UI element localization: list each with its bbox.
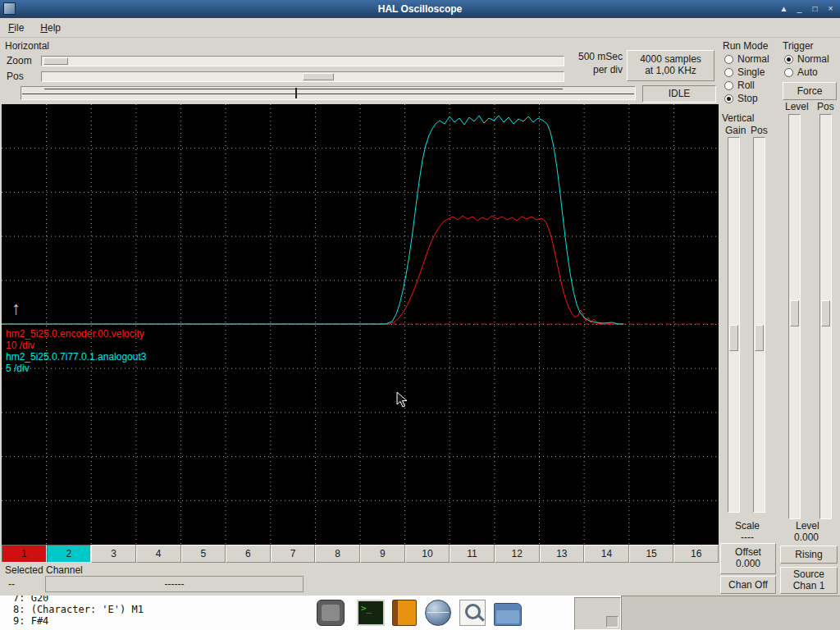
taskbar-tray <box>574 597 621 630</box>
window-icon <box>3 2 16 15</box>
gain-slider[interactable] <box>728 137 740 513</box>
trigger-source-button[interactable]: Source Chan 1 <box>780 567 838 594</box>
run-mode-label: Run Mode <box>723 40 768 52</box>
trigger-level-slider[interactable] <box>788 114 801 519</box>
web-browser-globe-icon[interactable] <box>425 600 451 626</box>
tray-widget-icon[interactable] <box>606 616 619 628</box>
radio-icon <box>784 55 793 64</box>
trigger-pos-slider[interactable] <box>819 114 832 519</box>
pos-slider-handle[interactable] <box>303 73 334 80</box>
channel-button-3[interactable]: 3 <box>91 545 136 563</box>
channel-button-row: 12345678910111213141516 <box>2 545 719 563</box>
shade-button[interactable]: ▲ <box>777 2 791 16</box>
channel-button-4[interactable]: 4 <box>136 545 181 563</box>
scope-label: hm2_5i25.0.encoder.00.velocity <box>6 328 146 340</box>
samples-box[interactable]: 4000 samples at 1,00 KHz <box>627 50 714 81</box>
gcode-line: 9: F#4 <box>13 615 144 627</box>
drawing-tablet-icon[interactable] <box>317 600 345 626</box>
run-mode-option-label: Roll <box>737 80 755 91</box>
trigger-options: NormalAuto <box>784 52 829 79</box>
trigger-level-label: Level <box>785 101 809 112</box>
gcode-line: 8: (Character: 'E') M1 <box>13 604 144 615</box>
vertical-pos-handle[interactable] <box>755 325 764 351</box>
run-mode-option-label: Normal <box>737 53 769 65</box>
record-position-bar[interactable] <box>21 86 636 100</box>
pos-label: Pos <box>7 71 24 82</box>
trigger-option-label: Normal <box>797 53 829 65</box>
trace-chan1-velocity <box>2 216 623 324</box>
offset-value: 0.000 <box>721 558 775 569</box>
trigger-position-arrow: ↑ <box>11 299 21 317</box>
per-div-value: 500 mSec <box>570 51 623 62</box>
per-div-caption: per div <box>570 64 623 75</box>
window-titlebar[interactable]: HAL Oscilloscope ▲ _ □ × <box>0 0 840 18</box>
vertical-label: Vertical <box>722 112 754 124</box>
rising-button[interactable]: Rising <box>780 546 838 564</box>
selected-channel-prefix: -- <box>8 578 15 590</box>
force-button[interactable]: Force <box>783 82 837 100</box>
scale-value: ---- <box>741 532 754 543</box>
maximize-button[interactable]: □ <box>808 2 822 16</box>
scale-label: Scale <box>735 520 760 532</box>
file-manager-folder-icon[interactable] <box>494 603 522 626</box>
channel-button-8[interactable]: 8 <box>315 545 360 563</box>
vertical-pos-label: Pos <box>751 125 768 136</box>
radio-icon <box>724 81 733 90</box>
menu-help[interactable]: Help <box>32 20 69 36</box>
menu-file[interactable]: File <box>0 20 32 36</box>
radio-icon <box>724 94 733 103</box>
menubar: File Help <box>0 18 840 38</box>
record-baseline <box>22 94 634 94</box>
trigger-normal[interactable]: Normal <box>784 52 829 66</box>
run-mode-options: NormalSingleRollStop <box>724 52 769 105</box>
zoom-slider[interactable] <box>41 56 564 66</box>
channel-button-15[interactable]: 15 <box>629 545 674 563</box>
zoom-label: Zoom <box>7 55 32 66</box>
scope-label: hm2_5i25.0.7i77.0.1.analogout3 <box>6 351 146 363</box>
channel-button-9[interactable]: 9 <box>360 545 405 563</box>
run-mode-option-label: Stop <box>737 93 758 104</box>
gain-label: Gain <box>725 125 746 136</box>
gcode-line: 7: G20 <box>13 596 144 604</box>
gain-slider-handle[interactable] <box>729 325 738 351</box>
zoom-slider-handle[interactable] <box>43 57 68 65</box>
channel-button-6[interactable]: 6 <box>226 545 271 563</box>
trigger-pos-handle[interactable] <box>821 300 830 326</box>
close-button[interactable]: × <box>824 2 838 16</box>
run-mode-stop[interactable]: Stop <box>724 92 769 105</box>
trigger-level-handle[interactable] <box>790 300 799 326</box>
channel-button-16[interactable]: 16 <box>673 545 719 563</box>
channel-button-10[interactable]: 10 <box>405 545 450 563</box>
offset-button[interactable]: Offset 0.000 <box>720 543 776 574</box>
trigger-option-label: Auto <box>797 66 818 78</box>
channel-button-1[interactable]: 1 <box>2 545 47 563</box>
run-mode-single[interactable]: Single <box>724 66 769 79</box>
level-value-label: Level <box>796 520 819 532</box>
chan-off-button[interactable]: Chan Off <box>720 576 776 594</box>
mouse-cursor <box>396 391 408 411</box>
selected-channel-value[interactable]: ------ <box>45 576 304 592</box>
level-value: 0.000 <box>794 532 819 543</box>
vertical-pos-slider[interactable] <box>753 137 765 513</box>
minimize-button[interactable]: _ <box>792 2 806 16</box>
channel-button-12[interactable]: 12 <box>495 545 540 563</box>
channel-button-13[interactable]: 13 <box>540 545 585 563</box>
channel-button-5[interactable]: 5 <box>181 545 226 563</box>
trigger-pos-label: Pos <box>817 101 834 112</box>
source-value: Chan 1 <box>781 580 837 591</box>
channel-button-7[interactable]: 7 <box>271 545 316 563</box>
file-search-icon[interactable] <box>459 600 486 626</box>
run-mode-roll[interactable]: Roll <box>724 79 769 92</box>
run-mode-normal[interactable]: Normal <box>724 52 769 66</box>
terminal-icon[interactable] <box>357 600 385 626</box>
background-window: 7: G208: (Character: 'E') M19: F#4 <box>0 596 621 630</box>
pos-slider[interactable] <box>41 71 564 82</box>
radio-icon <box>724 68 733 77</box>
trigger-auto[interactable]: Auto <box>784 66 829 79</box>
channel-button-14[interactable]: 14 <box>584 545 629 563</box>
channel-button-11[interactable]: 11 <box>450 545 495 563</box>
address-book-icon[interactable] <box>392 600 417 626</box>
radio-icon <box>724 55 733 64</box>
record-trigger-marker[interactable] <box>295 88 297 98</box>
channel-button-2[interactable]: 2 <box>47 545 92 563</box>
